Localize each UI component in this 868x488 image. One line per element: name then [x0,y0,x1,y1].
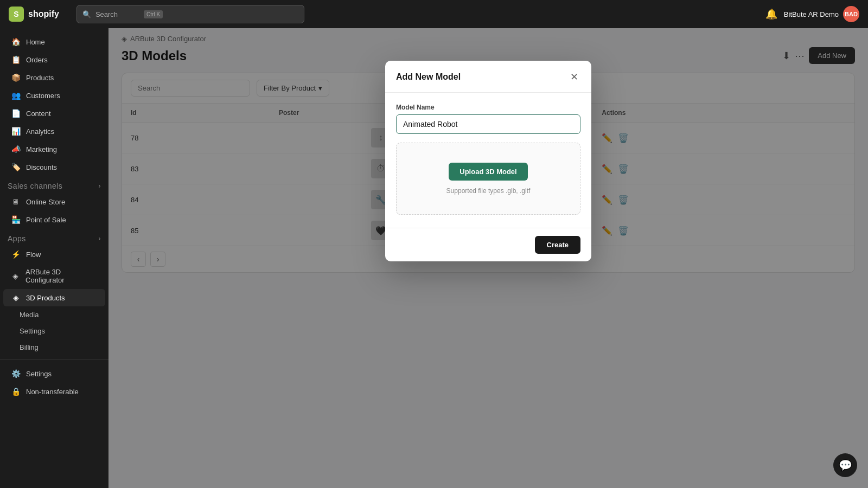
online-store-icon: 🖥 [11,197,21,206]
supported-file-types-label: Supported file types .glb, .gltf [446,187,531,195]
sidebar-sub-item-billing[interactable]: Billing [3,339,105,355]
shopify-logo-icon: S [9,7,24,22]
logo[interactable]: S shopify [9,7,59,22]
modal-close-button[interactable]: ✕ [567,70,580,84]
sidebar-item-products[interactable]: 📦 Products [3,69,105,86]
sidebar-item-label: Online Store [26,198,65,206]
sidebar-item-content[interactable]: 📄 Content [3,105,105,122]
lock-icon: 🔒 [11,387,21,396]
modal-footer: Create [385,228,591,261]
sidebar-item-label: Discounts [26,163,57,171]
sidebar: 🏠 Home 📋 Orders 📦 Products 👥 Customers 📄… [0,28,108,488]
search-placeholder-text: Search [95,10,118,18]
sidebar-item-label: Marketing [26,145,57,153]
sidebar-item-label: Orders [26,56,48,64]
sidebar-sub-label: Media [20,311,39,319]
sidebar-item-flow[interactable]: ⚡ Flow [3,246,105,263]
user-avatar: BAD [843,6,859,22]
modal-title: Add New Model [396,72,461,82]
sidebar-item-home[interactable]: 🏠 Home [3,33,105,50]
apps-label: Apps › [0,229,108,245]
sidebar-sub-item-settings[interactable]: Settings [3,323,105,339]
apps-chevron-icon: › [99,235,101,242]
sidebar-item-label: Content [26,110,51,118]
sidebar-sub-item-media[interactable]: Media [3,307,105,323]
orders-icon: 📋 [11,55,21,64]
model-name-label: Model Name [396,104,580,111]
settings-icon: ⚙️ [11,369,21,378]
modal-body: Model Name Upload 3D Model Supported fil… [385,93,591,228]
3d-products-icon: ◈ [11,293,21,302]
sidebar-item-label: Analytics [26,127,54,136]
sidebar-item-customers[interactable]: 👥 Customers [3,87,105,104]
sidebar-item-label: ARBute 3D Configurator [25,268,98,284]
chat-icon: 💬 [839,459,852,472]
model-name-input[interactable] [396,114,580,134]
sidebar-item-online-store[interactable]: 🖥 Online Store [3,193,105,210]
main-content: ◈ ARBute 3D Configurator 3D Models ⬇ ⋯ A… [108,28,868,488]
sidebar-item-orders[interactable]: 📋 Orders [3,51,105,68]
search-icon: 🔍 [82,10,91,18]
notification-icon[interactable]: 🔔 [765,8,777,20]
customers-icon: 👥 [11,91,21,100]
sidebar-item-settings[interactable]: ⚙️ Settings [3,365,105,382]
products-icon: 📦 [11,73,21,82]
sidebar-item-label: Point of Sale [26,216,66,224]
sidebar-item-marketing[interactable]: 📣 Marketing [3,140,105,158]
topbar: S shopify 🔍 Search Ctrl K 🔔 BitBute AR D… [0,0,868,28]
sidebar-item-label: Products [26,74,54,82]
create-button[interactable]: Create [535,236,580,254]
modal-header: Add New Model ✕ [385,61,591,93]
sales-channels-label: Sales channels › [0,176,108,192]
user-initials: BAD [845,11,858,17]
logo-text: shopify [28,9,59,19]
chat-bubble-button[interactable]: 💬 [833,453,857,477]
user-menu[interactable]: BitBute AR Demo BAD [784,6,859,22]
home-icon: 🏠 [11,37,21,46]
search-shortcut: Ctrl K [144,10,163,18]
layout: 🏠 Home 📋 Orders 📦 Products 👥 Customers 📄… [0,28,868,488]
user-name: BitBute AR Demo [784,10,839,18]
sidebar-item-label: Flow [26,251,41,259]
topbar-right: 🔔 BitBute AR Demo BAD [765,6,859,22]
arbute-icon: ◈ [11,272,20,280]
sidebar-item-point-of-sale[interactable]: 🏪 Point of Sale [3,211,105,228]
sidebar-item-label: Settings [26,370,52,378]
sidebar-sub-label: Billing [20,343,39,351]
sidebar-item-arbute[interactable]: ◈ ARBute 3D Configurator [3,264,105,288]
upload-area: Upload 3D Model Supported file types .gl… [396,143,580,215]
upload-3d-model-button[interactable]: Upload 3D Model [449,163,527,181]
sidebar-item-label: 3D Products [26,294,65,302]
sidebar-item-label: Non-transferable [26,388,79,396]
flow-icon: ⚡ [11,250,21,259]
modal-overlay: Add New Model ✕ Model Name Upload 3D Mod… [108,28,868,488]
sidebar-item-label: Home [26,38,45,46]
sidebar-item-analytics[interactable]: 📊 Analytics [3,123,105,140]
search-bar[interactable]: 🔍 Search Ctrl K [76,5,304,23]
sidebar-item-3d-products[interactable]: ◈ 3D Products [3,289,105,306]
sidebar-bottom: ⚙️ Settings 🔒 Non-transferable [0,359,108,400]
sidebar-item-non-transferable[interactable]: 🔒 Non-transferable [3,383,105,400]
sidebar-item-discounts[interactable]: 🏷️ Discounts [3,158,105,176]
add-new-model-modal: Add New Model ✕ Model Name Upload 3D Mod… [385,61,591,261]
sidebar-sub-label: Settings [20,327,45,335]
point-of-sale-icon: 🏪 [11,215,21,224]
sidebar-item-label: Customers [26,92,60,100]
chevron-icon: › [99,182,101,190]
content-icon: 📄 [11,109,21,118]
discounts-icon: 🏷️ [11,163,21,171]
analytics-icon: 📊 [11,127,21,136]
marketing-icon: 📣 [11,145,21,153]
